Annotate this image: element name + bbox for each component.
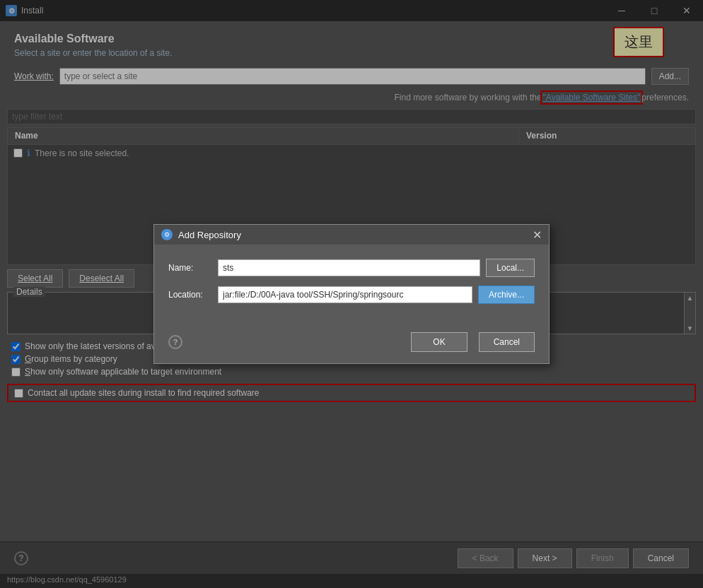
modal-close-button[interactable]: ✕	[533, 228, 542, 242]
modal-local-button[interactable]: Local...	[486, 259, 535, 277]
modal-location-input[interactable]	[218, 286, 472, 303]
modal-help-button[interactable]: ?	[168, 335, 182, 349]
add-repository-dialog: ⚙ Add Repository ✕ Name: Local... Locati…	[153, 224, 550, 364]
modal-location-label: Location:	[168, 290, 218, 300]
modal-location-field: Location: Archive...	[168, 286, 535, 304]
modal-name-label: Name:	[168, 263, 218, 273]
modal-title-content: ⚙ Add Repository	[161, 229, 241, 240]
modal-name-field: Name: Local...	[168, 259, 535, 277]
modal-body: Name: Local... Location: Archive...	[154, 245, 549, 327]
modal-ok-button[interactable]: OK	[411, 332, 467, 352]
modal-overlay: ⚙ Add Repository ✕ Name: Local... Locati…	[0, 0, 703, 588]
modal-footer: ? OK Cancel	[154, 327, 549, 363]
modal-title: Add Repository	[178, 230, 241, 240]
modal-title-icon: ⚙	[161, 229, 173, 240]
modal-name-input[interactable]	[218, 259, 480, 276]
modal-action-buttons: OK Cancel	[411, 332, 535, 352]
modal-title-bar: ⚙ Add Repository ✕	[154, 225, 549, 245]
modal-archive-button[interactable]: Archive...	[478, 286, 535, 304]
modal-cancel-button[interactable]: Cancel	[479, 332, 535, 352]
